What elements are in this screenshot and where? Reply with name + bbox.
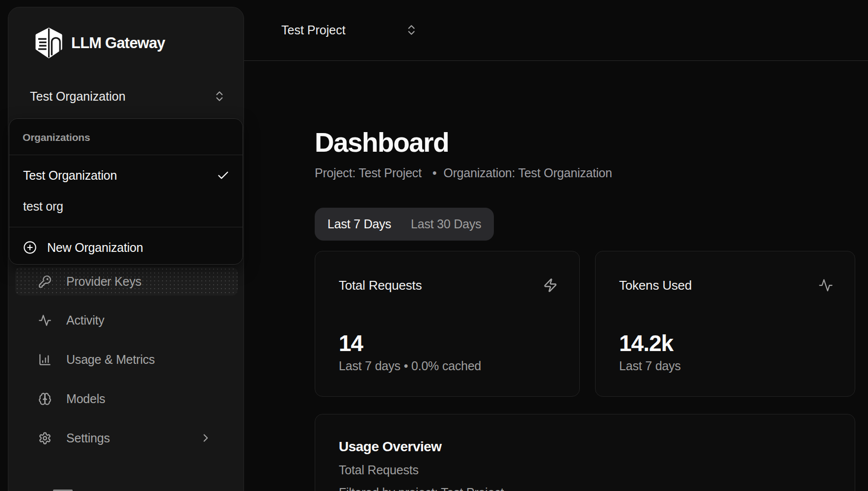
card-title: Total Requests: [339, 278, 422, 293]
brain-icon: [38, 392, 52, 406]
project-selector-value: Test Project: [281, 23, 346, 37]
org-menu-heading: Organizations: [23, 132, 90, 143]
subtitle-organization: Organization: Test Organization: [443, 166, 612, 180]
card-subtext: Last 7 days: [619, 359, 681, 373]
activity-icon: [818, 278, 833, 293]
gear-icon: [38, 432, 52, 445]
organization-selector-value: Test Organization: [30, 89, 126, 104]
project-selector[interactable]: Test Project: [273, 15, 421, 45]
usage-overview-card: Usage Overview Total Requests Filtered b…: [315, 414, 855, 491]
subtitle-project: Project: Test Project: [315, 166, 422, 180]
page-title: Dashboard: [315, 127, 449, 158]
tab-last-30-days[interactable]: Last 30 Days: [411, 217, 482, 231]
brand-logo: LLM Gateway: [33, 27, 165, 58]
sidebar-item-settings[interactable]: Settings: [15, 424, 238, 452]
sidebar-item-activity[interactable]: Activity: [15, 306, 238, 334]
llm-gateway-logo-icon: [33, 27, 64, 58]
tab-last-7-days[interactable]: Last 7 Days: [327, 217, 391, 231]
usage-overview-title: Usage Overview: [339, 439, 441, 455]
date-range-tabs: Last 7 Days Last 30 Days: [315, 208, 494, 241]
organization-selector[interactable]: Test Organization: [22, 82, 231, 110]
activity-icon: [38, 314, 52, 327]
card-value: 14: [339, 330, 363, 356]
card-title: Tokens Used: [619, 278, 692, 293]
sidebar-item-label: Settings: [66, 431, 110, 445]
app-root: LLM Gateway Test Organization Organizati…: [0, 0, 868, 491]
new-organization-button[interactable]: New Organization: [13, 235, 240, 260]
key-icon: [38, 275, 52, 288]
card-subtext: Last 7 days • 0.0% cached: [339, 359, 481, 373]
sidebar-item-label: Models: [66, 392, 105, 406]
sidebar-item-label: Usage & Metrics: [66, 353, 155, 367]
chevrons-up-down-icon: [213, 90, 226, 103]
card-value: 14.2k: [619, 330, 673, 356]
total-requests-card: Total Requests 14 Last 7 days • 0.0% cac…: [315, 251, 580, 397]
plus-circle-icon: [23, 241, 37, 254]
sidebar-item-provider-keys[interactable]: Provider Keys: [15, 267, 238, 296]
sidebar-item-label: Activity: [66, 313, 105, 327]
org-menu-item-test-organization[interactable]: Test Organization: [13, 163, 240, 188]
usage-overview-filter-note: Filtered by project: Test Project: [339, 486, 504, 491]
sidebar-item-label: Provider Keys: [66, 274, 141, 289]
sidebar-item-models[interactable]: Models: [15, 384, 238, 413]
new-organization-label: New Organization: [47, 241, 143, 255]
topbar: Test Project: [244, 0, 868, 61]
menu-divider: [9, 227, 243, 227]
chevron-right-icon: [199, 432, 212, 444]
tokens-used-card: Tokens Used 14.2k Last 7 days: [595, 251, 855, 397]
organization-dropdown-menu: Organizations Test Organization test org…: [9, 118, 243, 265]
zap-icon: [543, 278, 558, 293]
org-menu-item-test-org[interactable]: test org: [13, 193, 240, 219]
org-menu-item-label: Test Organization: [23, 168, 117, 183]
org-menu-item-label: test org: [23, 199, 63, 214]
sidebar-item-usage-metrics[interactable]: Usage & Metrics: [15, 345, 238, 374]
chevrons-up-down-icon: [405, 24, 418, 36]
subtitle-separator: •: [433, 166, 437, 180]
usage-overview-subtitle: Total Requests: [339, 463, 419, 477]
page-subtitle: Project: Test Project • Organization: Te…: [315, 166, 612, 180]
check-icon: [217, 169, 230, 182]
bar-chart-icon: [38, 353, 52, 366]
sidebar: LLM Gateway Test Organization Organizati…: [8, 7, 244, 491]
stat-cards-row: Total Requests 14 Last 7 days • 0.0% cac…: [315, 251, 855, 397]
menu-divider: [9, 155, 243, 155]
brand-name: LLM Gateway: [71, 34, 165, 52]
